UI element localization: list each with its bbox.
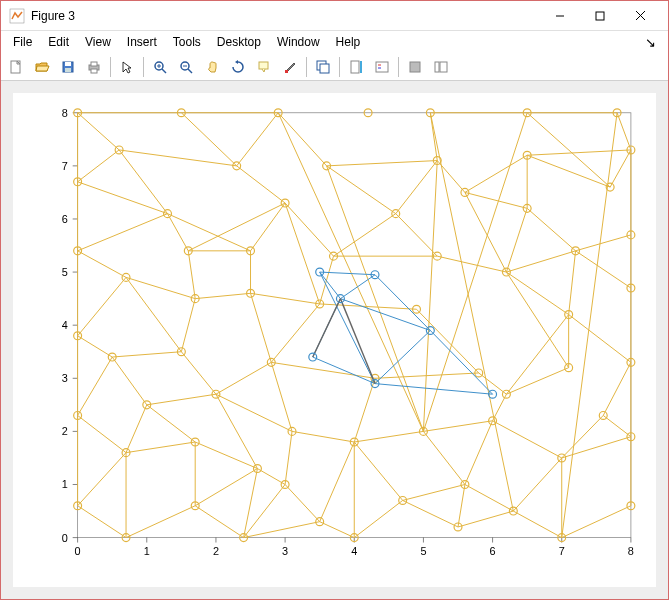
svg-line-153 (354, 431, 423, 442)
svg-line-130 (285, 203, 320, 304)
svg-line-98 (147, 394, 216, 405)
menu-edit[interactable]: Edit (40, 33, 77, 51)
svg-line-107 (195, 469, 257, 506)
minimize-button[interactable] (540, 1, 580, 31)
axes[interactable]: 012345678012345678 (13, 93, 656, 587)
save-button[interactable] (56, 55, 80, 79)
svg-line-121 (278, 113, 326, 166)
figure-canvas[interactable]: 012345678012345678 (13, 93, 656, 587)
svg-line-120 (237, 113, 278, 166)
pan-button[interactable] (200, 55, 224, 79)
svg-line-165 (506, 368, 568, 395)
svg-text:3: 3 (62, 372, 68, 384)
menu-insert[interactable]: Insert (119, 33, 165, 51)
svg-line-138 (320, 442, 355, 522)
svg-line-81 (78, 182, 168, 214)
svg-rect-7 (65, 62, 71, 66)
svg-line-116 (251, 293, 272, 362)
svg-line-135 (278, 113, 423, 432)
svg-line-200 (576, 251, 631, 288)
svg-line-166 (506, 272, 568, 368)
svg-line-77 (78, 336, 113, 357)
svg-line-184 (562, 506, 631, 538)
zoom-in-button[interactable] (148, 55, 172, 79)
svg-text:3: 3 (282, 545, 288, 557)
svg-line-176 (527, 155, 610, 187)
link-button[interactable] (311, 55, 335, 79)
svg-line-113 (271, 362, 292, 431)
toolbar-separator (143, 57, 144, 77)
svg-line-112 (216, 362, 271, 394)
svg-rect-10 (91, 62, 97, 66)
new-figure-button[interactable] (4, 55, 28, 79)
svg-text:7: 7 (62, 160, 68, 172)
close-button[interactable] (620, 1, 660, 31)
open-button[interactable] (30, 55, 54, 79)
svg-text:8: 8 (628, 545, 634, 557)
titlebar: Figure 3 (1, 1, 668, 31)
svg-line-177 (527, 150, 631, 155)
menu-desktop[interactable]: Desktop (209, 33, 269, 51)
svg-text:2: 2 (62, 425, 68, 437)
svg-line-284 (430, 330, 492, 394)
svg-line-141 (271, 362, 375, 378)
svg-rect-23 (351, 61, 359, 73)
svg-text:2: 2 (213, 545, 219, 557)
svg-text:6: 6 (62, 213, 68, 225)
menu-view[interactable]: View (77, 33, 119, 51)
svg-line-94 (181, 113, 236, 166)
svg-line-89 (126, 277, 181, 351)
svg-line-87 (112, 357, 147, 405)
svg-rect-28 (410, 62, 420, 72)
svg-line-147 (396, 161, 437, 214)
toolbar (1, 53, 668, 81)
svg-line-192 (527, 208, 575, 250)
svg-rect-30 (440, 62, 447, 72)
svg-line-167 (506, 208, 527, 272)
svg-line-82 (78, 150, 119, 182)
print-button[interactable] (82, 55, 106, 79)
svg-line-283 (375, 384, 493, 395)
svg-line-103 (168, 214, 251, 251)
svg-line-156 (375, 373, 479, 378)
rotate-button[interactable] (226, 55, 250, 79)
menu-help[interactable]: Help (328, 33, 369, 51)
svg-line-114 (195, 293, 250, 298)
maximize-button[interactable] (580, 1, 620, 31)
toolbar-separator (398, 57, 399, 77)
svg-line-179 (465, 484, 513, 511)
svg-line-142 (354, 500, 402, 537)
svg-line-78 (78, 277, 126, 335)
datatip-button[interactable] (252, 55, 276, 79)
svg-line-280 (340, 275, 375, 299)
pointer-button[interactable] (115, 55, 139, 79)
svg-line-76 (78, 357, 113, 415)
brush-button[interactable] (278, 55, 302, 79)
toolbar-separator (110, 57, 111, 77)
svg-line-13 (162, 69, 166, 73)
svg-line-157 (417, 309, 479, 373)
dock-arrow-icon[interactable]: ↘ (637, 35, 664, 50)
svg-rect-22 (320, 64, 329, 73)
svg-line-126 (244, 522, 320, 538)
menu-window[interactable]: Window (269, 33, 328, 51)
svg-line-100 (181, 299, 195, 352)
svg-rect-19 (259, 62, 268, 69)
svg-line-136 (327, 161, 438, 166)
show-plot-tools-button[interactable] (429, 55, 453, 79)
svg-line-118 (188, 203, 285, 251)
menu-file[interactable]: File (5, 33, 40, 51)
svg-line-125 (285, 484, 320, 521)
svg-line-143 (354, 442, 402, 500)
colorbar-button[interactable] (344, 55, 368, 79)
legend-button[interactable] (370, 55, 394, 79)
svg-line-172 (430, 113, 513, 511)
menu-tools[interactable]: Tools (165, 33, 209, 51)
hide-tools-button[interactable] (403, 55, 427, 79)
svg-line-188 (569, 315, 631, 363)
svg-rect-25 (376, 62, 388, 72)
svg-line-108 (195, 506, 243, 538)
zoom-out-button[interactable] (174, 55, 198, 79)
svg-line-178 (458, 511, 513, 527)
svg-line-74 (78, 453, 126, 506)
